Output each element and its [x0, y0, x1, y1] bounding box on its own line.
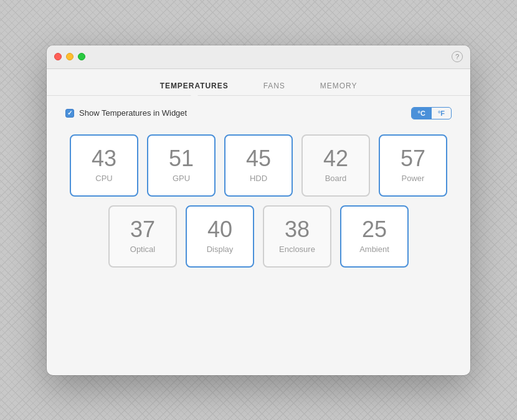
sensor-enclosure-value: 38 [285, 218, 310, 241]
show-temp-text: Show Temperatures in Widget [79, 108, 187, 118]
sensor-power-value: 57 [401, 147, 425, 170]
celsius-toggle[interactable]: °C [412, 108, 432, 119]
sensor-cpu-label: CPU [95, 174, 112, 183]
sensor-gpu-label: GPU [173, 174, 190, 183]
title-bar: ? [47, 45, 470, 69]
sensor-optical-label: Optical [130, 245, 155, 254]
tab-fans[interactable]: FANS [246, 77, 303, 95]
sensor-display-label: Display [207, 245, 234, 254]
content-area: Show Temperatures in Widget °C °F 43 CPU… [47, 96, 470, 286]
sensor-board-value: 42 [323, 147, 348, 170]
minimize-button[interactable] [66, 53, 74, 60]
tab-bar: TEMPERATURES FANS MEMORY [47, 69, 470, 96]
sensor-board-label: Board [325, 174, 347, 183]
sensor-optical-value: 37 [130, 218, 155, 241]
help-button[interactable]: ? [452, 51, 463, 62]
sensor-cpu[interactable]: 43 CPU [70, 134, 138, 197]
fahrenheit-toggle[interactable]: °F [432, 108, 451, 119]
sensor-display[interactable]: 40 Display [186, 205, 254, 268]
sensor-optical[interactable]: 37 Optical [108, 205, 177, 268]
sensor-power[interactable]: 57 Power [379, 134, 447, 197]
unit-toggle: °C °F [411, 107, 452, 119]
sensor-enclosure-label: Enclosure [279, 245, 315, 254]
close-button[interactable] [54, 53, 62, 60]
maximize-button[interactable] [78, 53, 85, 60]
sensor-ambient[interactable]: 25 Ambient [340, 205, 409, 268]
sensor-gpu[interactable]: 51 GPU [147, 134, 216, 197]
sensor-enclosure[interactable]: 38 Enclosure [263, 205, 331, 268]
sensor-row-1: 43 CPU 51 GPU 45 HDD 42 Board 57 Power [65, 134, 452, 197]
sensor-grid: 43 CPU 51 GPU 45 HDD 42 Board 57 Power [65, 134, 452, 268]
tab-memory[interactable]: MEMORY [303, 77, 375, 95]
show-temp-row: Show Temperatures in Widget °C °F [65, 107, 452, 119]
show-temp-label[interactable]: Show Temperatures in Widget [65, 108, 187, 118]
sensor-row-2: 37 Optical 40 Display 38 Enclosure 25 Am… [65, 205, 452, 268]
sensor-power-label: Power [402, 174, 425, 183]
sensor-hdd[interactable]: 45 HDD [224, 134, 293, 197]
sensor-display-value: 40 [207, 218, 232, 241]
sensor-board[interactable]: 42 Board [301, 134, 370, 197]
traffic-lights [54, 53, 85, 60]
sensor-gpu-value: 51 [169, 147, 194, 170]
sensor-cpu-value: 43 [92, 147, 116, 170]
sensor-hdd-label: HDD [250, 174, 267, 183]
sensor-ambient-value: 25 [362, 218, 387, 241]
sensor-ambient-label: Ambient [359, 245, 389, 254]
show-temp-checkbox[interactable] [65, 109, 74, 118]
tab-temperatures[interactable]: TEMPERATURES [143, 77, 246, 95]
main-window: ? TEMPERATURES FANS MEMORY Show Temperat… [47, 45, 470, 375]
sensor-hdd-value: 45 [246, 147, 271, 170]
